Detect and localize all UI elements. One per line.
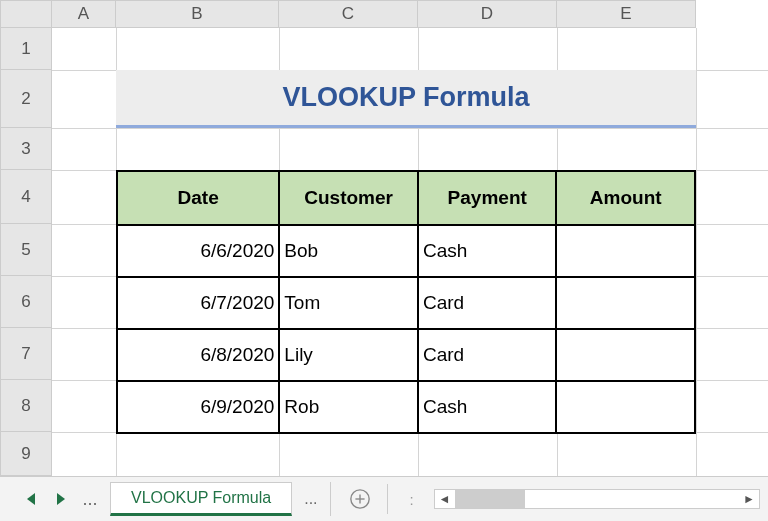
table-row: 6/7/2020 Tom Card <box>117 277 695 329</box>
svg-marker-0 <box>27 493 35 505</box>
table-row: 6/9/2020 Rob Cash <box>117 381 695 433</box>
cell-customer[interactable]: Lily <box>279 329 418 381</box>
tab-nav-prev-icon[interactable] <box>18 485 46 513</box>
cell-date[interactable]: 6/9/2020 <box>117 381 279 433</box>
tab-nav-next-icon[interactable] <box>46 485 74 513</box>
page-title[interactable]: VLOOKUP Formula <box>116 70 696 128</box>
row-header-4[interactable]: 4 <box>0 170 52 224</box>
cell-amount[interactable] <box>556 381 695 433</box>
tab-next-partial[interactable]: ... <box>292 482 330 516</box>
cell-date[interactable]: 6/7/2020 <box>117 277 279 329</box>
col-header-D[interactable]: D <box>418 0 557 28</box>
row-header-6[interactable]: 6 <box>0 276 52 328</box>
cell-payment[interactable]: Card <box>418 277 557 329</box>
cell-payment[interactable]: Cash <box>418 225 557 277</box>
th-date[interactable]: Date <box>117 171 279 225</box>
table-header-row: Date Customer Payment Amount <box>117 171 695 225</box>
tab-vlookup-formula[interactable]: VLOOKUP Formula <box>110 482 292 516</box>
cell-amount[interactable] <box>556 277 695 329</box>
cell-customer[interactable]: Bob <box>279 225 418 277</box>
sheet-tab-strip: ... VLOOKUP Formula ... : ◄ ► <box>0 476 768 521</box>
row-header-5[interactable]: 5 <box>0 224 52 276</box>
tab-separator <box>387 484 388 514</box>
row-headers: 1 2 3 4 5 6 7 8 9 <box>0 28 52 476</box>
svg-marker-1 <box>57 493 65 505</box>
row-header-2[interactable]: 2 <box>0 70 52 128</box>
cell-customer[interactable]: Tom <box>279 277 418 329</box>
add-sheet-button[interactable] <box>343 482 377 516</box>
column-headers: A B C D E <box>0 0 696 28</box>
th-customer[interactable]: Customer <box>279 171 418 225</box>
horizontal-scrollbar[interactable]: ◄ ► <box>434 489 760 509</box>
col-header-B[interactable]: B <box>116 0 279 28</box>
row-header-1[interactable]: 1 <box>0 28 52 70</box>
th-amount[interactable]: Amount <box>556 171 695 225</box>
col-header-E[interactable]: E <box>557 0 696 28</box>
row-header-7[interactable]: 7 <box>0 328 52 380</box>
cell-amount[interactable] <box>556 225 695 277</box>
scroll-left-icon[interactable]: ◄ <box>435 490 455 508</box>
cell-date[interactable]: 6/8/2020 <box>117 329 279 381</box>
scroll-track[interactable] <box>455 490 739 508</box>
table-row: 6/8/2020 Lily Card <box>117 329 695 381</box>
cell-payment[interactable]: Cash <box>418 381 557 433</box>
cell-customer[interactable]: Rob <box>279 381 418 433</box>
scroll-right-icon[interactable]: ► <box>739 490 759 508</box>
data-table: Date Customer Payment Amount 6/6/2020 Bo… <box>116 170 696 434</box>
cell-date[interactable]: 6/6/2020 <box>117 225 279 277</box>
tab-overflow-icon[interactable]: ... <box>74 489 106 510</box>
th-payment[interactable]: Payment <box>418 171 557 225</box>
worksheet-grid[interactable]: A B C D E 1 2 3 4 5 6 7 8 9 <box>0 0 768 476</box>
table-row: 6/6/2020 Bob Cash <box>117 225 695 277</box>
cell-payment[interactable]: Card <box>418 329 557 381</box>
row-header-3[interactable]: 3 <box>0 128 52 170</box>
row-header-9[interactable]: 9 <box>0 432 52 476</box>
scroll-thumb[interactable] <box>455 490 525 508</box>
cell-amount[interactable] <box>556 329 695 381</box>
select-all-corner[interactable] <box>0 0 52 28</box>
tab-scroll-dots-icon[interactable]: : <box>398 485 426 513</box>
col-header-C[interactable]: C <box>279 0 418 28</box>
col-header-A[interactable]: A <box>52 0 116 28</box>
row-header-8[interactable]: 8 <box>0 380 52 432</box>
